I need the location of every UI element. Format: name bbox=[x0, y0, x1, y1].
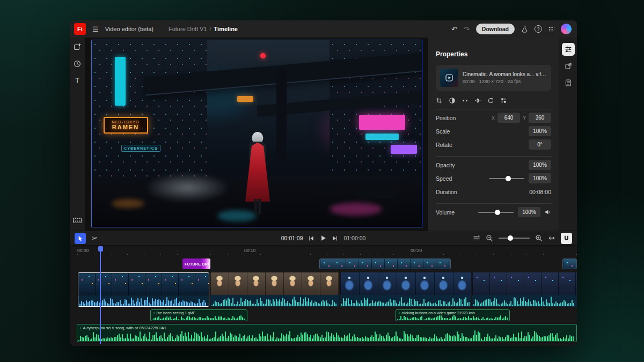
undo-icon[interactable]: ↶ bbox=[451, 26, 457, 33]
rotate-reset-icon[interactable] bbox=[487, 97, 494, 104]
scene-ramen-sign-line2: RAMEN bbox=[106, 124, 145, 130]
video-clip-3[interactable] bbox=[340, 272, 471, 307]
flip-horizontal-icon[interactable] bbox=[462, 97, 469, 104]
breadcrumb: Future Drift V1 / Timeline bbox=[169, 26, 238, 32]
music-clip[interactable]: ♪ A cyberpunk sci fi song, with or 85124… bbox=[77, 324, 577, 342]
play-button[interactable] bbox=[320, 234, 327, 242]
overlay-clip[interactable] bbox=[319, 258, 451, 269]
add-media-icon[interactable] bbox=[74, 43, 82, 51]
preview-area: NEO-TOKYO RAMEN CYBERNETICS bbox=[85, 38, 428, 231]
audio-clip-2[interactable]: ♪ clicking buttons on a video game 31920… bbox=[396, 309, 510, 321]
clip-card[interactable]: Cinematic. A woman looks a... v.ffgenvid… bbox=[436, 65, 551, 91]
waveform bbox=[397, 315, 508, 320]
split-tool-icon[interactable]: ✂ bbox=[92, 235, 98, 242]
music-clip-label: A cyberpunk sci fi song, with or 8512422… bbox=[83, 326, 167, 330]
position-y-input[interactable]: 360 bbox=[529, 113, 551, 123]
next-frame-icon[interactable] bbox=[332, 235, 339, 242]
ruler-label: 00:00 bbox=[77, 248, 89, 253]
scene-character bbox=[245, 132, 270, 214]
desktop-background: { "colors": { "accent_blue": "#3b63f3", … bbox=[0, 0, 644, 362]
speed-slider[interactable] bbox=[489, 175, 524, 182]
snap-magnet-icon[interactable] bbox=[561, 233, 572, 244]
fit-to-width-icon[interactable] bbox=[548, 234, 555, 242]
blend-icon[interactable] bbox=[500, 97, 507, 104]
track-options-icon[interactable] bbox=[473, 234, 480, 242]
video-clip-2[interactable] bbox=[210, 272, 339, 307]
timeline-zoom-slider[interactable] bbox=[499, 235, 530, 241]
apps-grid-icon[interactable] bbox=[548, 26, 554, 32]
rotate-row: Rotate 0° bbox=[436, 138, 551, 151]
waveform bbox=[79, 297, 208, 306]
breadcrumb-project[interactable]: Future Drift V1 bbox=[169, 26, 207, 32]
menu-icon[interactable]: ☰ bbox=[92, 26, 99, 33]
timeline[interactable]: 00:00 00:10 00:20 FUTURE DRI bbox=[70, 246, 577, 346]
previous-frame-icon[interactable] bbox=[308, 235, 315, 242]
redo-icon[interactable]: ↷ bbox=[464, 26, 470, 33]
rotate-label: Rotate bbox=[436, 142, 529, 148]
beaker-icon[interactable] bbox=[521, 25, 528, 33]
audio-clip-1[interactable]: ♪ I've been seeing 1 gMF bbox=[150, 309, 247, 321]
volume-slider-knob[interactable] bbox=[495, 210, 500, 215]
playhead-line bbox=[100, 247, 101, 344]
preview-video[interactable]: NEO-TOKYO RAMEN CYBERNETICS bbox=[91, 40, 422, 227]
position-x-input[interactable]: 640 bbox=[497, 113, 520, 123]
video-clip-1-filmstrip bbox=[78, 273, 209, 295]
timeline-tools-right bbox=[473, 233, 572, 244]
scale-input[interactable]: 100% bbox=[529, 126, 551, 136]
right-toolbar bbox=[559, 38, 577, 231]
text-clip-label: FUTURE DRI bbox=[185, 262, 209, 266]
properties-title: Properties bbox=[436, 50, 551, 58]
volume-input[interactable]: 100% bbox=[518, 207, 540, 217]
waveform bbox=[473, 296, 576, 306]
waveform bbox=[211, 296, 338, 306]
avatar[interactable] bbox=[561, 24, 572, 34]
rotate-input[interactable]: 0° bbox=[529, 139, 551, 150]
export-frame-icon[interactable] bbox=[562, 60, 575, 72]
speaker-icon[interactable] bbox=[544, 209, 551, 216]
zoom-in-icon[interactable] bbox=[535, 234, 543, 242]
properties-toggle-icon[interactable] bbox=[562, 43, 575, 56]
cursor-icon bbox=[77, 235, 84, 242]
duration-label: Duration bbox=[436, 189, 529, 195]
audio-note-icon: ♪ bbox=[153, 311, 155, 315]
scene-buildings-left bbox=[92, 40, 207, 189]
ruler-ticks bbox=[77, 254, 577, 255]
volume-label: Volume bbox=[436, 209, 478, 216]
text-tool-icon[interactable]: T bbox=[75, 77, 80, 84]
audio-clip-2-header: ♪ clicking buttons on a video game 31920… bbox=[398, 311, 507, 315]
help-icon[interactable]: ? bbox=[535, 25, 542, 33]
scene-reflection-pink bbox=[330, 203, 382, 216]
speed-slider-knob[interactable] bbox=[506, 176, 511, 181]
download-button[interactable]: Download bbox=[476, 24, 515, 34]
timeline-zoom-knob[interactable] bbox=[508, 235, 513, 241]
text-clip[interactable]: FUTURE DRI bbox=[182, 258, 210, 269]
mask-icon[interactable] bbox=[449, 97, 456, 104]
app-window: Fi ☰ Video editor (beta) Future Drift V1… bbox=[70, 20, 577, 346]
captions-icon[interactable] bbox=[562, 76, 575, 89]
firefly-logo[interactable]: Fi bbox=[74, 23, 86, 35]
timeline-toolbar: ✂ 00:01:09 01:00:00 bbox=[70, 231, 577, 246]
opacity-label: Opacity bbox=[436, 162, 529, 168]
scene-steam bbox=[144, 173, 230, 203]
speed-row: Speed 100% bbox=[436, 172, 551, 185]
position-label: Position bbox=[436, 115, 489, 121]
scene-character-leg bbox=[254, 199, 257, 214]
volume-slider[interactable] bbox=[478, 209, 514, 216]
video-clip-1[interactable] bbox=[78, 272, 209, 307]
scene-neon-sign-purple bbox=[391, 145, 417, 154]
clip-name: Cinematic. A woman looks a... v.ffgenvid bbox=[463, 71, 547, 77]
video-clip-4[interactable] bbox=[472, 272, 577, 307]
scene-neon-sign-orange bbox=[237, 96, 254, 101]
zoom-out-icon[interactable] bbox=[486, 234, 493, 242]
crop-icon[interactable] bbox=[436, 97, 443, 104]
select-tool-button[interactable] bbox=[75, 233, 86, 244]
flip-vertical-icon[interactable] bbox=[474, 97, 481, 104]
video-clip-4-filmstrip bbox=[472, 272, 577, 295]
waveform bbox=[152, 315, 246, 320]
overlay-clip-2[interactable] bbox=[562, 258, 577, 269]
speed-input[interactable]: 100% bbox=[529, 173, 551, 183]
opacity-input[interactable]: 100% bbox=[529, 160, 551, 170]
keyboard-shortcuts-icon[interactable] bbox=[73, 218, 82, 223]
history-icon[interactable] bbox=[74, 60, 81, 68]
video-clip-1-audio bbox=[78, 295, 209, 306]
